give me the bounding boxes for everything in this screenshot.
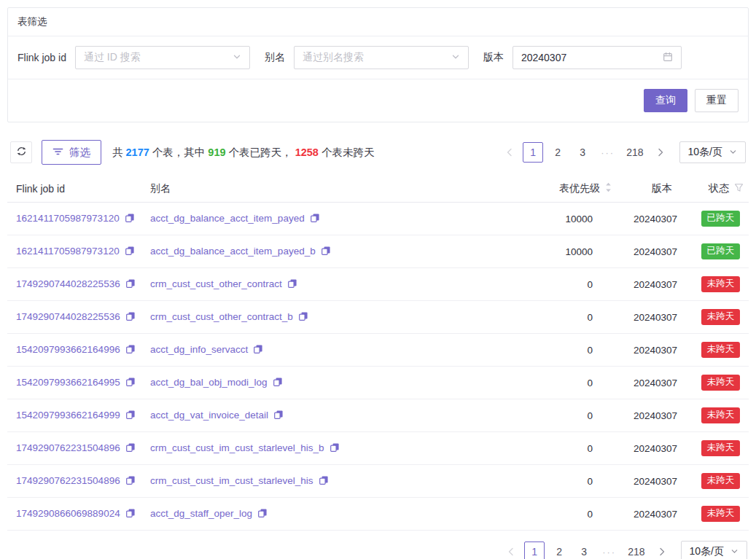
- col-header-flink-job-id[interactable]: Flink job id: [7, 183, 150, 195]
- copy-icon[interactable]: [319, 475, 329, 488]
- page-size-select[interactable]: 10条/页: [681, 541, 747, 559]
- sorter-icon[interactable]: [605, 182, 612, 195]
- page-size-value: 10条/页: [688, 146, 722, 159]
- table-body: 1621411705987973120 acct_dg_balance_acct…: [7, 203, 749, 531]
- alias-link[interactable]: acct_dg_info_servacct: [150, 344, 248, 355]
- job-id-link[interactable]: 1749290744028225536: [16, 311, 120, 322]
- copy-icon[interactable]: [273, 377, 283, 389]
- priority-value: 0: [523, 476, 612, 487]
- pager-page-3[interactable]: 3: [574, 542, 594, 559]
- job-id-link[interactable]: 1749290762231504896: [16, 475, 120, 486]
- job-id-link[interactable]: 1749290744028225536: [16, 278, 120, 289]
- alias-link[interactable]: acct_dg_balance_acct_item_payed: [150, 213, 305, 224]
- flink-job-id-select[interactable]: 通过 ID 搜索: [75, 46, 250, 69]
- job-id-link[interactable]: 1621411705987973120: [16, 213, 120, 224]
- pager-page-1[interactable]: 1: [524, 542, 545, 559]
- copy-icon[interactable]: [298, 311, 308, 324]
- alias-link[interactable]: acct_dg_staff_oper_log: [150, 508, 252, 519]
- pager-next-button[interactable]: [653, 542, 671, 559]
- filter-funnel-icon[interactable]: [734, 183, 744, 195]
- page-size-select[interactable]: 10条/页: [679, 141, 746, 163]
- pager-page-3[interactable]: 3: [572, 142, 593, 163]
- pager-page-2[interactable]: 2: [549, 542, 569, 559]
- uncrossed-count: 1258: [295, 146, 319, 158]
- copy-icon[interactable]: [125, 475, 136, 488]
- pager-page-218[interactable]: 218: [624, 542, 648, 559]
- pager-slot: 123···218 10条/页: [7, 541, 749, 559]
- job-id-link[interactable]: 1749290762231504896: [16, 442, 120, 453]
- filter-lines-icon: [52, 146, 63, 159]
- copy-icon[interactable]: [310, 213, 320, 225]
- filter-row: Flink job id 通过 ID 搜索 别名 通过别名搜索 版本: [8, 36, 748, 79]
- pager-slot: 123···218 10条/页: [501, 141, 746, 163]
- flink-job-id-label: Flink job id: [17, 52, 66, 63]
- pager-page-2[interactable]: 2: [547, 142, 568, 163]
- copy-icon[interactable]: [273, 410, 284, 422]
- copy-icon[interactable]: [125, 311, 136, 324]
- query-button[interactable]: 查询: [644, 89, 687, 112]
- filter-button[interactable]: 筛选: [42, 140, 101, 165]
- alias-link[interactable]: crm_cust_cust_im_cust_starlevel_his: [150, 475, 313, 486]
- alias-link[interactable]: acct_dg_bal_obj_modi_log: [150, 377, 268, 388]
- copy-icon[interactable]: [125, 508, 136, 520]
- priority-value: 0: [523, 443, 612, 454]
- copy-icon[interactable]: [125, 410, 136, 422]
- crossed-count: 919: [208, 146, 225, 158]
- pager-page-1[interactable]: 1: [523, 142, 543, 163]
- table-summary: 共 2177 个表，其中 919 个表已跨天， 1258 个表未跨天: [112, 146, 374, 160]
- copy-icon[interactable]: [125, 377, 136, 389]
- pager-prev-button[interactable]: [502, 542, 520, 559]
- col-header-version[interactable]: 版本: [612, 182, 679, 195]
- copy-icon[interactable]: [125, 278, 136, 291]
- chevron-down-icon: [451, 52, 460, 63]
- pager-prev-button[interactable]: [501, 142, 518, 163]
- copy-icon[interactable]: [257, 508, 268, 520]
- pagination: 123···218 10条/页: [502, 541, 747, 559]
- alias-link[interactable]: crm_cust_cust_other_contract: [150, 278, 282, 289]
- copy-icon[interactable]: [287, 278, 297, 291]
- chevron-down-icon: [233, 52, 241, 63]
- table-row: 1749290744028225536 crm_cust_cust_other_…: [7, 301, 749, 334]
- copy-icon[interactable]: [125, 246, 135, 258]
- priority-value: 0: [523, 345, 612, 356]
- version-value: 20240307: [612, 312, 679, 323]
- table: Flink job id 别名 表优先级 版本 状态: [7, 175, 749, 531]
- alias-select[interactable]: 通过别名搜索: [294, 46, 469, 69]
- copy-icon[interactable]: [125, 442, 136, 455]
- chevron-down-icon: [730, 546, 739, 558]
- job-id-link[interactable]: 1621411705987973120: [16, 246, 120, 257]
- priority-value: 0: [523, 410, 612, 421]
- version-value: 20240307: [612, 410, 679, 421]
- table-row: 1749290866069889024 acct_dg_staff_oper_l…: [7, 498, 749, 531]
- pager-page-218[interactable]: 218: [623, 142, 647, 163]
- version-value: 20240307: [612, 279, 679, 290]
- alias-link[interactable]: crm_cust_cust_im_cust_starlevel_his_b: [150, 442, 324, 453]
- copy-icon[interactable]: [125, 213, 135, 225]
- pager-next-button[interactable]: [652, 142, 669, 163]
- status-badge: 未跨天: [701, 506, 741, 522]
- priority-value: 0: [523, 279, 612, 290]
- job-id-link[interactable]: 1749290866069889024: [16, 508, 120, 519]
- job-id-link[interactable]: 1542097993662164995: [16, 377, 120, 388]
- copy-icon[interactable]: [330, 442, 340, 455]
- col-header-status[interactable]: 状态: [679, 182, 749, 195]
- priority-value: 10000: [523, 246, 612, 257]
- priority-value: 0: [523, 378, 612, 388]
- refresh-button[interactable]: [10, 141, 32, 163]
- version-date-input[interactable]: [521, 52, 645, 63]
- table-row: 1542097993662164999 acct_dg_vat_invoice_…: [7, 399, 749, 432]
- col-header-priority[interactable]: 表优先级: [523, 182, 612, 195]
- copy-icon[interactable]: [321, 246, 331, 258]
- copy-icon[interactable]: [125, 344, 136, 356]
- col-header-alias[interactable]: 别名: [150, 182, 523, 195]
- alias-link[interactable]: acct_dg_vat_invoice_detail: [150, 410, 268, 421]
- version-value: 20240307: [612, 345, 679, 356]
- alias-link[interactable]: acct_dg_balance_acct_item_payed_b: [150, 246, 316, 257]
- total-count: 2177: [126, 146, 149, 158]
- copy-icon[interactable]: [253, 344, 263, 356]
- version-date-picker[interactable]: [513, 46, 682, 69]
- alias-link[interactable]: crm_cust_cust_other_contract_b: [150, 311, 293, 322]
- job-id-link[interactable]: 1542097993662164999: [16, 410, 120, 421]
- job-id-link[interactable]: 1542097993662164996: [16, 344, 120, 355]
- reset-button[interactable]: 重置: [695, 89, 739, 112]
